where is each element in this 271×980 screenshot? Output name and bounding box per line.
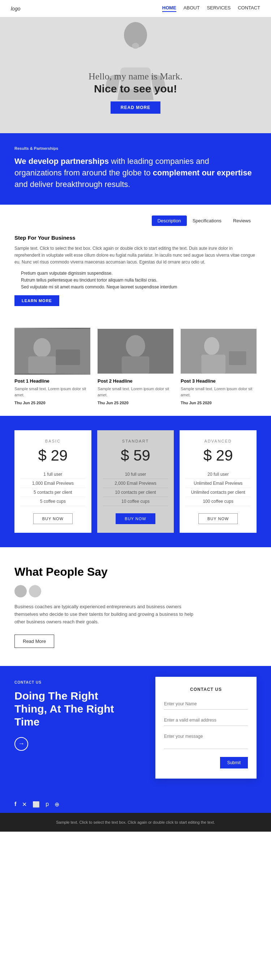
tabs-body: Sample text. Click to select the text bo… [14, 245, 257, 266]
partnerships-text4: and deliver breakthrough results. [14, 180, 130, 189]
contact-form-box: CONTACT US Submit [155, 677, 257, 779]
plan-basic-features: 1 full user 1,000 Email Previews 5 conta… [20, 470, 86, 506]
partnerships-bold1: We develop partnerships [14, 157, 109, 166]
contact-email-input[interactable] [164, 715, 248, 726]
svg-point-4 [33, 338, 51, 357]
testimonial-heading: What People Say [14, 565, 257, 579]
standart-feature-2: 2,000 Email Previews [103, 479, 168, 488]
tab-reviews[interactable]: Reviews [227, 215, 257, 226]
pricing-section: BASIC $ 29 1 full user 1,000 Email Previ… [0, 416, 271, 547]
footer: Sample text. Click to select the text bo… [0, 813, 271, 832]
tabs-section: Description Specifications Reviews Step … [0, 205, 271, 317]
avatar-2 [29, 585, 41, 597]
pricing-advanced: ADVANCED $ 29 20 full user Unlimited Ema… [180, 430, 257, 533]
svg-point-1 [132, 43, 139, 49]
hero-tagline: Nice to see you! [22, 83, 249, 95]
nav-contact[interactable]: CONTACT [238, 5, 260, 12]
learn-more-button[interactable]: LEARN MORE [14, 295, 59, 306]
arrow-button[interactable]: → [14, 737, 28, 751]
svg-rect-12 [201, 355, 225, 374]
svg-rect-13 [229, 351, 246, 365]
contact-heading: Doing The Right Thing, At The Right Time [14, 689, 123, 729]
advanced-buy-button[interactable]: BUY NOW [198, 513, 238, 524]
post-card-3: Post 3 Headline Sample small text. Lorem… [181, 328, 257, 405]
plan-basic-label: BASIC [20, 439, 86, 443]
post-3-image [181, 328, 257, 375]
hero-greeting: Hello, my name is Mark. [22, 71, 249, 82]
plan-standart-features: 10 full user 2,000 Email Previews 10 con… [103, 470, 168, 506]
advanced-feature-4: 100 coffee cups [185, 497, 251, 506]
tab-description[interactable]: Description [152, 215, 187, 226]
behance-icon[interactable]: ⊕ [54, 801, 59, 808]
tabs-heading: Step For Your Business [14, 235, 257, 241]
avatar-1 [14, 585, 27, 597]
tabs-content: Step For Your Business Sample text. Clic… [14, 235, 257, 307]
post-2-text: Sample small text. Lorem ipsum dolor sit… [97, 386, 174, 398]
plan-basic-price: $ 29 [20, 447, 86, 464]
partnerships-text: We develop partnerships with leading com… [14, 156, 257, 190]
partnerships-label: Results & Partnerships [14, 146, 257, 151]
facebook-icon[interactable]: f [14, 801, 16, 807]
read-more-button[interactable]: Read More [14, 635, 54, 648]
partnerships-section: Results & Partnerships We develop partne… [0, 133, 271, 205]
post-3-text: Sample small text. Lorem ipsum dolor sit… [181, 386, 257, 398]
nav-about[interactable]: ABOUT [183, 5, 200, 12]
svg-point-11 [204, 337, 219, 355]
plan-advanced-features: 20 full user Unlimited Email Previews Un… [185, 470, 251, 506]
basic-feature-1: 1 full user [20, 470, 86, 479]
svg-point-8 [126, 335, 145, 357]
pinterest-icon[interactable]: p [46, 801, 49, 807]
checklist-item-3: Sed vulputate mi sit amet mauris commodo… [14, 285, 257, 290]
contact-section: CONTACT US Doing The Right Thing, At The… [0, 666, 271, 796]
contact-form-title: CONTACT US [164, 687, 248, 692]
plan-advanced-price: $ 29 [185, 447, 251, 464]
plan-standart-label: STANDART [103, 439, 168, 443]
post-card-1: Post 1 Headline Sample small text. Lorem… [14, 328, 90, 405]
plan-advanced-label: ADVANCED [185, 439, 251, 443]
twitter-icon[interactable]: ✕ [22, 801, 27, 808]
contact-message-input[interactable] [164, 731, 248, 749]
tab-specifications[interactable]: Specifications [187, 215, 227, 226]
post-1-text: Sample small text. Lorem ipsum dolor sit… [14, 386, 90, 398]
hero-section: Hello, my name is Mark. Nice to see you!… [0, 17, 271, 133]
post-2-headline: Post 2 Headline [97, 378, 174, 384]
tabs-row: Description Specifications Reviews [14, 215, 257, 226]
post-2-image [97, 328, 174, 375]
post-1-headline: Post 1 Headline [14, 378, 90, 384]
testimonial-section: What People Say Business coaches are typ… [0, 547, 271, 666]
navigation: logo HOME ABOUT SERVICES CONTACT [0, 0, 271, 17]
instagram-icon[interactable]: ⬜ [32, 801, 40, 808]
contact-name-input[interactable] [164, 698, 248, 710]
basic-feature-2: 1,000 Email Previews [20, 479, 86, 488]
partnerships-bold2: complement our expertise [153, 168, 252, 177]
nav-services[interactable]: SERVICES [207, 5, 231, 12]
pricing-basic: BASIC $ 29 1 full user 1,000 Email Previ… [14, 430, 91, 533]
posts-section: Post 1 Headline Sample small text. Lorem… [0, 317, 271, 416]
basic-buy-button[interactable]: BUY NOW [33, 513, 73, 524]
advanced-feature-3: Unlimited contacts per client [185, 488, 251, 497]
post-3-headline: Post 3 Headline [181, 378, 257, 384]
testimonial-text: Business coaches are typically experienc… [14, 603, 202, 625]
post-1-date: Thu Jun 25 2020 [14, 401, 90, 405]
pricing-standart: STANDART $ 59 10 full user 2,000 Email P… [97, 430, 174, 533]
checklist-item-1: Pretium quam vulputate dignissim suspend… [14, 271, 257, 276]
pricing-grid: BASIC $ 29 1 full user 1,000 Email Previ… [14, 430, 257, 533]
post-card-2: Post 2 Headline Sample small text. Lorem… [97, 328, 174, 405]
hero-read-more-button[interactable]: READ MORE [110, 102, 161, 114]
posts-grid: Post 1 Headline Sample small text. Lorem… [14, 328, 257, 405]
advanced-feature-2: Unlimited Email Previews [185, 479, 251, 488]
standart-buy-button[interactable]: BUY NOW [116, 513, 155, 524]
nav-home[interactable]: HOME [162, 5, 176, 12]
standart-feature-1: 10 full user [103, 470, 168, 479]
svg-rect-9 [122, 356, 149, 374]
nav-links: HOME ABOUT SERVICES CONTACT [162, 5, 260, 12]
basic-feature-3: 5 contacts per client [20, 488, 86, 497]
social-row: f ✕ ⬜ p ⊕ [0, 796, 271, 813]
submit-button[interactable]: Submit [220, 757, 248, 768]
post-2-date: Thu Jun 25 2020 [97, 401, 174, 405]
checklist-item-2: Rutrum tellus pellentesque eu tincidunt … [14, 278, 257, 283]
post-3-date: Thu Jun 25 2020 [181, 401, 257, 405]
hero-text: Hello, my name is Mark. Nice to see you!… [22, 71, 249, 123]
standart-feature-3: 10 contacts per client [103, 488, 168, 497]
checklist: Pretium quam vulputate dignissim suspend… [14, 271, 257, 290]
